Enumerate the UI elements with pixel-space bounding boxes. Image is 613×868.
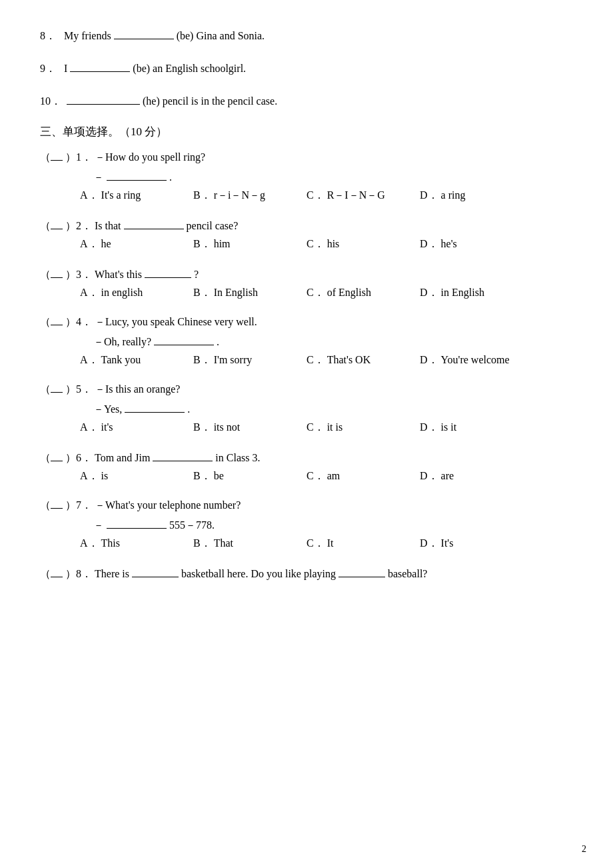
mc1-paren-open: （ xyxy=(40,151,51,165)
mc1-option-c: C． R－I－N－G xyxy=(306,189,400,203)
mc2-paren-open: （ xyxy=(40,219,51,233)
mc5-option-c: C． it is xyxy=(306,421,400,435)
mc-item-8: （ ） 8． There is basketball here. Do you … xyxy=(40,565,573,581)
mc6-a-letter: A． xyxy=(80,469,99,483)
mc1-option-b: B． r－i－N－g xyxy=(193,189,287,203)
mc4-b-letter: B． xyxy=(193,353,211,367)
q10-text-after: pencil is in the pencil case. xyxy=(160,92,277,111)
mc8-q-before: There is xyxy=(95,568,129,580)
q10-blank-hint: (he) xyxy=(143,92,160,111)
q10-number: 10． xyxy=(40,92,64,111)
mc6-blank xyxy=(153,449,213,461)
mc5-sub-after: . xyxy=(187,403,190,415)
mc-item-1: （ ） 1． －How do you spell ring? － . A． It… xyxy=(40,150,573,203)
mc2-b-letter: B． xyxy=(193,237,211,251)
mc6-option-a: A． is xyxy=(80,469,173,483)
mc6-a-text: is xyxy=(101,470,109,482)
mc2-q-before: Is that xyxy=(95,220,121,232)
mc5-sub-line: －Yes, . xyxy=(93,401,573,417)
mc3-paren-open: （ xyxy=(40,268,51,282)
mc2-a-text: he xyxy=(101,238,111,250)
mc6-option-c: C． am xyxy=(306,469,400,483)
mc3-blank xyxy=(145,266,191,278)
mc4-sub-line: －Oh, really? . xyxy=(93,333,573,349)
mc4-options: A． Tank you B． I'm sorry C． That's OK D．… xyxy=(80,353,573,367)
mc3-b-text: In English xyxy=(214,287,258,299)
mc1-question: －How do you spell ring? xyxy=(95,151,205,165)
mc5-option-d: D． is it xyxy=(420,421,513,435)
mc2-c-letter: C． xyxy=(306,237,324,251)
q9-blank-hint: (be) xyxy=(133,59,150,79)
mc4-option-c: C． That's OK xyxy=(306,353,400,367)
mc7-c-letter: C． xyxy=(306,537,324,551)
mc3-number: 3． xyxy=(76,268,95,282)
mc8-blank1 xyxy=(132,565,179,577)
mc4-c-letter: C． xyxy=(306,353,324,367)
mc2-number: 2． xyxy=(76,219,95,233)
mc5-b-letter: B． xyxy=(193,421,211,435)
mc1-options: A． It's a ring B． r－i－N－g C． R－I－N－G D． … xyxy=(80,189,573,203)
mc2-options: A． he B． him C． his D． he's xyxy=(80,237,573,251)
mc3-option-b: B． In English xyxy=(193,286,287,300)
mc7-option-c: C． It xyxy=(306,537,400,551)
mc3-option-a: A． in english xyxy=(80,286,173,300)
mc6-c-text: am xyxy=(327,470,340,482)
mc5-c-letter: C． xyxy=(306,421,324,435)
mc2-paren-close: ） xyxy=(65,219,76,233)
mc1-c-text: R－I－N－G xyxy=(327,189,385,203)
mc6-c-letter: C． xyxy=(306,469,324,483)
question-10: 10． (he) pencil is in the pencil case. xyxy=(40,92,573,111)
mc3-d-text: in English xyxy=(441,287,484,299)
mc2-a-letter: A． xyxy=(80,237,99,251)
mc7-sub-dash: － xyxy=(93,519,104,533)
mc1-dash: － xyxy=(93,171,104,185)
mc6-d-text: are xyxy=(441,470,454,482)
mc6-b-letter: B． xyxy=(193,469,211,483)
q9-text-before: I xyxy=(64,59,67,79)
mc4-a-letter: A． xyxy=(80,353,99,367)
mc-item-2: （ ） 2． Is that pencil case? A． he B． him… xyxy=(40,217,573,251)
mc4-option-d: D． You're welcome xyxy=(420,353,513,367)
section3-title: 三、单项选择。（10 分） xyxy=(40,124,573,139)
q8-blank-hint: (be) xyxy=(177,27,194,46)
mc2-option-b: B． him xyxy=(193,237,287,251)
mc5-sub-dash: －Yes, xyxy=(93,403,122,417)
mc3-d-letter: D． xyxy=(420,286,438,300)
mc5-question: －Is this an orange? xyxy=(95,383,180,397)
mc5-c-text: it is xyxy=(327,421,343,433)
mc3-a-text: in english xyxy=(101,287,143,299)
mc1-option-d: D． a ring xyxy=(420,189,513,203)
mc2-option-a: A． he xyxy=(80,237,173,251)
mc3-a-letter: A． xyxy=(80,286,99,300)
mc6-paren-close: ） xyxy=(65,451,76,465)
mc3-option-c: C． of English xyxy=(306,286,400,300)
mc5-a-letter: A． xyxy=(80,421,99,435)
mc5-option-b: B． its not xyxy=(193,421,287,435)
q8-text-after: Gina and Sonia. xyxy=(193,27,265,46)
mc2-q-after: pencil case? xyxy=(187,220,239,232)
mc7-option-a: A． This xyxy=(80,537,173,551)
mc7-sub-blank xyxy=(107,517,167,529)
mc7-d-letter: D． xyxy=(420,537,438,551)
mc1-a-text: It's a ring xyxy=(101,189,141,201)
mc7-b-letter: B． xyxy=(193,537,211,551)
mc-item-5: （ ） 5． －Is this an orange? －Yes, . A． it… xyxy=(40,382,573,435)
q8-text-before: My friends xyxy=(64,27,111,46)
mc8-q-middle: basketball here. Do you like playing xyxy=(181,568,336,580)
mc5-options: A． it's B． its not C． it is D． is it xyxy=(80,421,573,435)
mc5-paren-open: （ xyxy=(40,383,51,397)
mc4-sub-blank xyxy=(154,333,214,345)
mc8-paren-open: （ xyxy=(40,567,51,581)
mc7-sub-line: － 555－778. xyxy=(93,517,573,533)
mc1-d-letter: D． xyxy=(420,189,438,203)
mc1-sub-after: . xyxy=(169,171,172,183)
mc1-sub-blank xyxy=(107,169,167,181)
q9-blank xyxy=(70,60,130,72)
mc1-c-letter: C． xyxy=(306,189,324,203)
mc4-sub-after: . xyxy=(217,336,219,348)
mc1-b-letter: B． xyxy=(193,189,211,203)
mc3-paren-close: ） xyxy=(65,268,76,282)
mc6-option-b: B． be xyxy=(193,469,287,483)
mc8-q-after: baseball? xyxy=(388,568,428,580)
mc3-q-after: ? xyxy=(194,269,199,281)
